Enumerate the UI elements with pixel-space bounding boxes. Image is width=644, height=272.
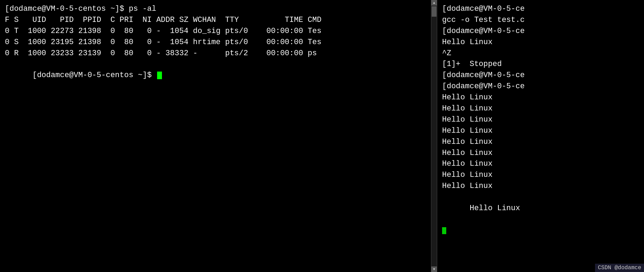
terminal-line-1: [dodamce@VM-0-5-centos ~]$ ps -al bbox=[5, 3, 426, 15]
terminal-line-3: 0 T 1000 22273 21398 0 80 0 - 1054 do_si… bbox=[5, 26, 426, 37]
csdn-label: CSDN @dodamce bbox=[595, 264, 644, 272]
right-cursor-line bbox=[442, 226, 639, 235]
terminal-cursor bbox=[157, 72, 162, 79]
terminal-prompt-line: [dodamce@VM-0-5-centos ~]$ bbox=[5, 59, 426, 92]
scroll-thumb[interactable] bbox=[432, 6, 437, 17]
right-line-18: Hello Linux bbox=[442, 192, 639, 225]
scroll-up-button[interactable]: ▲ bbox=[431, 0, 437, 6]
right-line-7: [dodamce@VM-0-5-ce bbox=[442, 70, 639, 81]
right-line-5: ^Z bbox=[442, 48, 639, 59]
right-line-1: [dodamce@VM-0-5-ce bbox=[442, 3, 639, 15]
right-line-6: [1]+ Stopped bbox=[442, 59, 639, 70]
right-line-8: [dodamce@VM-0-5-ce bbox=[442, 81, 639, 92]
right-line-2: gcc -o Test test.c bbox=[442, 15, 639, 26]
right-line-14: Hello Linux bbox=[442, 148, 639, 159]
right-line-15: Hello Linux bbox=[442, 158, 639, 170]
terminal-line-2: F S UID PID PPID C PRI NI ADDR SZ WCHAN … bbox=[5, 15, 426, 26]
scroll-track[interactable] bbox=[431, 6, 437, 266]
right-line-16: Hello Linux bbox=[442, 170, 639, 181]
right-line-4: Hello Linux bbox=[442, 37, 639, 48]
right-line-17: Hello Linux bbox=[442, 181, 639, 192]
right-terminal-cursor bbox=[442, 227, 446, 234]
right-terminal-panel: [dodamce@VM-0-5-ce gcc -o Test test.c [d… bbox=[437, 0, 644, 272]
terminal-output-left: [dodamce@VM-0-5-centos ~]$ ps -al F S UI… bbox=[5, 3, 426, 92]
right-line-11: Hello Linux bbox=[442, 114, 639, 125]
right-line-10: Hello Linux bbox=[442, 103, 639, 114]
terminal-line-5: 0 R 1000 23233 23139 0 80 0 - 38332 - pt… bbox=[5, 48, 426, 59]
right-line-12: Hello Linux bbox=[442, 125, 639, 137]
right-line-13: Hello Linux bbox=[442, 137, 639, 148]
right-line-3: [dodamce@VM-0-5-ce bbox=[442, 26, 639, 37]
terminal-line-4: 0 S 1000 23195 21398 0 80 0 - 1054 hrtim… bbox=[5, 37, 426, 48]
left-terminal-panel: [dodamce@VM-0-5-centos ~]$ ps -al F S UI… bbox=[0, 0, 431, 272]
scrollbar[interactable]: ▲ ▼ bbox=[431, 0, 437, 272]
scroll-down-button[interactable]: ▼ bbox=[431, 266, 437, 272]
right-panel-wrapper: [dodamce@VM-0-5-ce gcc -o Test test.c [d… bbox=[437, 0, 644, 272]
right-line-9: Hello Linux bbox=[442, 92, 639, 103]
